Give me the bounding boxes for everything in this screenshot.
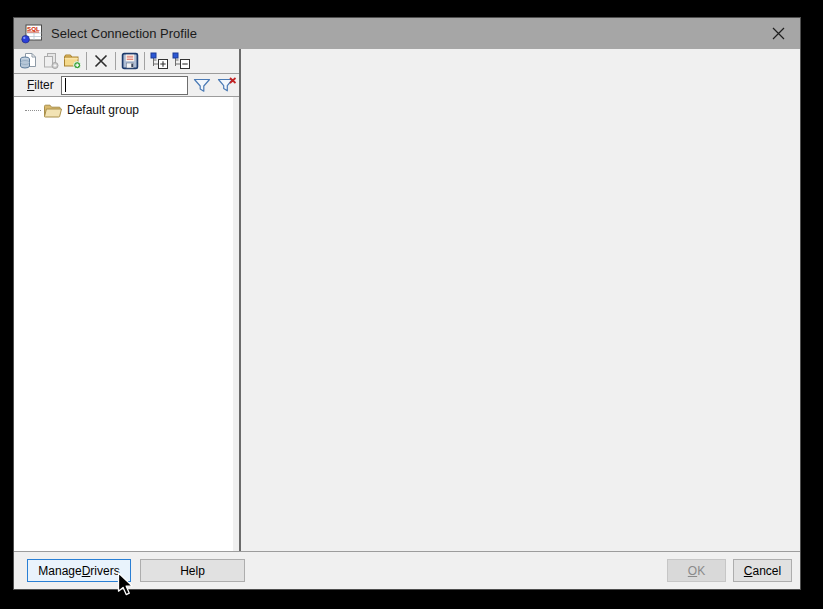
folder-icon — [43, 103, 62, 118]
delete-profile-button[interactable] — [90, 50, 112, 72]
close-button[interactable] — [756, 18, 800, 49]
filter-input-wrap — [61, 76, 188, 95]
tree-item-default-group[interactable]: Default group — [14, 101, 233, 119]
profile-list-panel: Filter — [14, 49, 239, 551]
desktop-background: SQL Select Connection Profile — [0, 0, 823, 609]
profile-toolbar — [14, 49, 239, 74]
delete-icon — [93, 53, 109, 69]
close-icon — [772, 27, 785, 40]
filter-row: Filter — [14, 74, 239, 97]
manage-drivers-button[interactable]: Manage Drivers — [27, 559, 131, 582]
select-connection-profile-dialog: SQL Select Connection Profile — [13, 17, 801, 590]
copy-profile-icon — [41, 52, 59, 70]
filter-input[interactable] — [61, 76, 188, 95]
sql-workbench-app-icon: SQL — [21, 24, 43, 44]
new-folder-icon — [63, 52, 82, 70]
svg-text:SQL: SQL — [27, 25, 40, 32]
toolbar-separator — [144, 52, 145, 70]
mouse-cursor — [117, 572, 135, 598]
profile-detail-panel — [241, 49, 800, 551]
tree-connector-line — [25, 110, 41, 111]
toolbar-separator — [115, 52, 116, 70]
ok-button[interactable]: OK — [667, 559, 726, 582]
filter-funnel-icon — [193, 78, 211, 93]
titlebar[interactable]: SQL Select Connection Profile — [14, 18, 800, 49]
cancel-button[interactable]: Cancel — [733, 559, 792, 582]
save-icon — [121, 52, 139, 70]
new-folder-button[interactable] — [61, 50, 83, 72]
collapse-all-icon — [172, 52, 191, 70]
text-caret — [65, 78, 66, 92]
main-area: Filter — [14, 49, 800, 551]
save-profiles-button[interactable] — [119, 50, 141, 72]
help-button[interactable]: Help — [140, 559, 245, 582]
collapse-all-button[interactable] — [170, 50, 192, 72]
new-profile-icon — [19, 52, 37, 70]
apply-filter-button[interactable] — [191, 75, 213, 95]
clear-filter-button[interactable] — [216, 75, 238, 95]
dialog-title: Select Connection Profile — [51, 26, 756, 41]
new-profile-button[interactable] — [17, 50, 39, 72]
filter-label: Filter — [27, 78, 54, 92]
copy-profile-button[interactable] — [39, 50, 61, 72]
profile-tree[interactable]: Default group — [14, 97, 233, 551]
tree-item-label: Default group — [67, 103, 139, 117]
filter-clear-icon — [217, 77, 237, 93]
expand-all-icon — [150, 52, 169, 70]
expand-all-button[interactable] — [148, 50, 170, 72]
toolbar-separator — [86, 52, 87, 70]
